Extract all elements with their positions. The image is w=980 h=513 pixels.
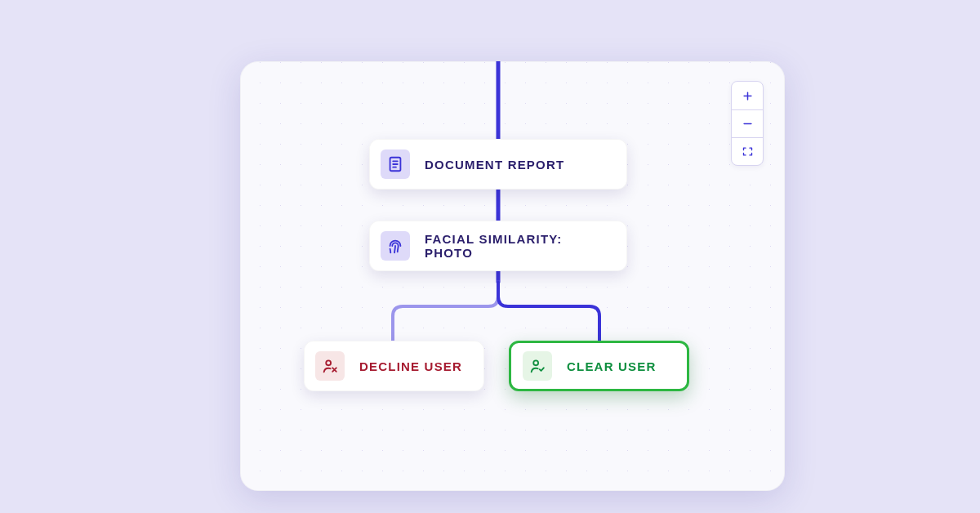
node-label: CLEAR USER [567, 359, 657, 373]
node-document-report[interactable]: DOCUMENT REPORT [369, 139, 627, 190]
document-icon [381, 149, 410, 179]
connector-left [393, 282, 498, 341]
minus-icon [742, 118, 754, 130]
fit-to-screen-button[interactable] [732, 137, 763, 165]
svg-point-2 [533, 360, 538, 365]
svg-point-1 [326, 360, 331, 365]
plus-icon [742, 90, 754, 102]
page-root: DOCUMENT REPORT FACIAL SIMILARITY: PHOTO [0, 0, 980, 513]
node-clear-user[interactable]: CLEAR USER [509, 341, 689, 391]
user-check-icon [523, 351, 552, 381]
zoom-out-button[interactable] [732, 109, 763, 137]
user-x-icon [315, 351, 345, 381]
fit-icon [742, 145, 754, 158]
node-label: DECLINE USER [359, 359, 462, 373]
node-decline-user[interactable]: DECLINE USER [304, 341, 484, 391]
connector-right [498, 282, 599, 341]
workflow-canvas[interactable]: DOCUMENT REPORT FACIAL SIMILARITY: PHOTO [240, 61, 785, 491]
fingerprint-icon [381, 231, 410, 261]
view-controls [731, 81, 764, 166]
node-label: FACIAL SIMILARITY: PHOTO [425, 232, 609, 260]
zoom-in-button[interactable] [732, 82, 763, 109]
node-label: DOCUMENT REPORT [425, 158, 564, 172]
node-facial-similarity[interactable]: FACIAL SIMILARITY: PHOTO [369, 221, 627, 271]
